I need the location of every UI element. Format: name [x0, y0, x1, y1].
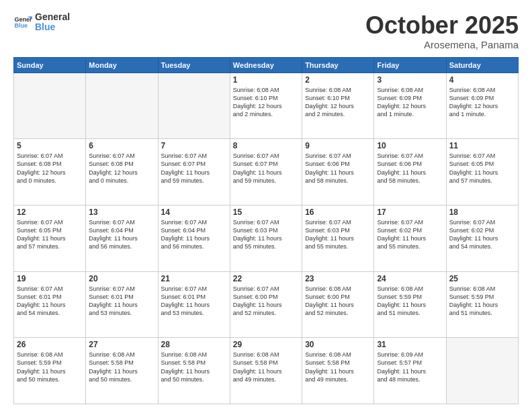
day-info: Sunrise: 6:08 AMSunset: 5:58 PMDaylight:…: [305, 351, 371, 383]
day-number: 30: [305, 340, 371, 349]
location: Arosemena, Panama: [365, 39, 519, 50]
day-info: Sunrise: 6:07 AMSunset: 6:01 PMDaylight:…: [89, 285, 154, 318]
calendar-cell: 8Sunrise: 6:07 AMSunset: 6:07 PMDaylight…: [230, 139, 302, 205]
day-info: Sunrise: 6:07 AMSunset: 6:05 PMDaylight:…: [17, 218, 83, 251]
calendar-cell: 3Sunrise: 6:08 AMSunset: 6:09 PMDaylight…: [374, 73, 446, 139]
calendar-header-row: SundayMondayTuesdayWednesdayThursdayFrid…: [14, 57, 519, 73]
day-number: 12: [17, 208, 83, 217]
logo-blue: Blue: [35, 22, 70, 32]
day-number: 27: [89, 340, 154, 349]
calendar-header-monday: Monday: [86, 57, 158, 73]
day-info: Sunrise: 6:07 AMSunset: 6:08 PMDaylight:…: [17, 152, 83, 185]
calendar-header-friday: Friday: [374, 57, 446, 73]
calendar-cell: 9Sunrise: 6:07 AMSunset: 6:06 PMDaylight…: [302, 139, 374, 205]
calendar-cell: 21Sunrise: 6:07 AMSunset: 6:01 PMDayligh…: [158, 271, 230, 338]
calendar-cell: 17Sunrise: 6:07 AMSunset: 6:02 PMDayligh…: [374, 205, 446, 271]
calendar-cell: 26Sunrise: 6:08 AMSunset: 5:59 PMDayligh…: [14, 338, 86, 404]
logo-icon: General Blue: [13, 13, 32, 32]
calendar-cell: 16Sunrise: 6:07 AMSunset: 6:03 PMDayligh…: [302, 205, 374, 271]
day-number: 5: [17, 141, 83, 150]
day-number: 11: [449, 141, 515, 150]
day-info: Sunrise: 6:07 AMSunset: 6:07 PMDaylight:…: [161, 152, 227, 185]
day-info: Sunrise: 6:07 AMSunset: 6:03 PMDaylight:…: [233, 218, 299, 251]
calendar-cell: 6Sunrise: 6:07 AMSunset: 6:08 PMDaylight…: [86, 139, 158, 205]
day-info: Sunrise: 6:07 AMSunset: 6:04 PMDaylight:…: [89, 218, 154, 251]
logo: General Blue General Blue: [13, 12, 70, 33]
calendar-cell: [446, 338, 518, 404]
calendar-cell: 25Sunrise: 6:08 AMSunset: 5:59 PMDayligh…: [446, 271, 518, 338]
day-info: Sunrise: 6:08 AMSunset: 6:10 PMDaylight:…: [305, 86, 371, 119]
day-info: Sunrise: 6:07 AMSunset: 6:02 PMDaylight:…: [449, 218, 515, 251]
day-number: 14: [161, 208, 227, 217]
calendar-cell: 28Sunrise: 6:08 AMSunset: 5:58 PMDayligh…: [158, 338, 230, 404]
calendar-cell: 4Sunrise: 6:08 AMSunset: 6:09 PMDaylight…: [446, 73, 518, 139]
day-number: 26: [17, 340, 83, 349]
day-info: Sunrise: 6:07 AMSunset: 6:07 PMDaylight:…: [233, 152, 299, 185]
day-info: Sunrise: 6:07 AMSunset: 6:02 PMDaylight:…: [377, 218, 443, 251]
day-number: 9: [305, 141, 371, 150]
day-number: 13: [89, 208, 154, 217]
day-number: 29: [233, 340, 299, 349]
calendar-cell: 30Sunrise: 6:08 AMSunset: 5:58 PMDayligh…: [302, 338, 374, 404]
day-number: 25: [449, 274, 515, 283]
calendar-cell: [14, 73, 86, 139]
day-number: 15: [233, 208, 299, 217]
day-number: 10: [377, 141, 443, 150]
day-number: 7: [161, 141, 227, 150]
day-info: Sunrise: 6:08 AMSunset: 5:58 PMDaylight:…: [233, 351, 299, 383]
calendar-week-1: 1Sunrise: 6:08 AMSunset: 6:10 PMDaylight…: [14, 73, 519, 139]
calendar-header-wednesday: Wednesday: [230, 57, 302, 73]
day-info: Sunrise: 6:08 AMSunset: 5:59 PMDaylight:…: [17, 351, 83, 383]
svg-text:Blue: Blue: [14, 23, 28, 30]
day-number: 3: [377, 75, 443, 85]
day-info: Sunrise: 6:07 AMSunset: 6:08 PMDaylight:…: [89, 152, 154, 185]
day-number: 31: [377, 340, 443, 349]
day-info: Sunrise: 6:08 AMSunset: 5:59 PMDaylight:…: [449, 285, 515, 318]
calendar-cell: 13Sunrise: 6:07 AMSunset: 6:04 PMDayligh…: [86, 205, 158, 271]
day-info: Sunrise: 6:07 AMSunset: 6:04 PMDaylight:…: [161, 218, 227, 251]
day-info: Sunrise: 6:08 AMSunset: 5:58 PMDaylight:…: [161, 351, 227, 383]
day-number: 21: [161, 274, 227, 283]
day-number: 28: [161, 340, 227, 349]
calendar-header-saturday: Saturday: [446, 57, 518, 73]
calendar-cell: 10Sunrise: 6:07 AMSunset: 6:06 PMDayligh…: [374, 139, 446, 205]
day-info: Sunrise: 6:08 AMSunset: 6:09 PMDaylight:…: [449, 86, 515, 119]
day-info: Sunrise: 6:07 AMSunset: 6:01 PMDaylight:…: [161, 285, 227, 318]
day-info: Sunrise: 6:08 AMSunset: 5:59 PMDaylight:…: [377, 285, 443, 318]
day-number: 6: [89, 141, 154, 150]
calendar-cell: 20Sunrise: 6:07 AMSunset: 6:01 PMDayligh…: [86, 271, 158, 338]
calendar-header-sunday: Sunday: [14, 57, 86, 73]
day-info: Sunrise: 6:07 AMSunset: 6:03 PMDaylight:…: [305, 218, 371, 251]
day-info: Sunrise: 6:07 AMSunset: 6:06 PMDaylight:…: [377, 152, 443, 185]
calendar-header-tuesday: Tuesday: [158, 57, 230, 73]
title-block: October 2025 Arosemena, Panama: [365, 12, 519, 50]
calendar-cell: 14Sunrise: 6:07 AMSunset: 6:04 PMDayligh…: [158, 205, 230, 271]
header: General Blue General Blue October 2025 A…: [13, 12, 519, 50]
calendar-cell: 15Sunrise: 6:07 AMSunset: 6:03 PMDayligh…: [230, 205, 302, 271]
day-number: 1: [233, 75, 299, 85]
calendar-cell: 18Sunrise: 6:07 AMSunset: 6:02 PMDayligh…: [446, 205, 518, 271]
calendar-cell: 31Sunrise: 6:09 AMSunset: 5:57 PMDayligh…: [374, 338, 446, 404]
day-info: Sunrise: 6:07 AMSunset: 6:05 PMDaylight:…: [449, 152, 515, 185]
day-number: 23: [305, 274, 371, 283]
calendar-week-2: 5Sunrise: 6:07 AMSunset: 6:08 PMDaylight…: [14, 139, 519, 205]
day-info: Sunrise: 6:08 AMSunset: 5:58 PMDaylight:…: [89, 351, 154, 383]
day-info: Sunrise: 6:08 AMSunset: 6:09 PMDaylight:…: [377, 86, 443, 119]
day-number: 4: [449, 75, 515, 85]
day-info: Sunrise: 6:07 AMSunset: 6:01 PMDaylight:…: [17, 285, 83, 318]
day-info: Sunrise: 6:07 AMSunset: 6:06 PMDaylight:…: [305, 152, 371, 185]
calendar-cell: 24Sunrise: 6:08 AMSunset: 5:59 PMDayligh…: [374, 271, 446, 338]
day-number: 22: [233, 274, 299, 283]
day-number: 16: [305, 208, 371, 217]
calendar-week-5: 26Sunrise: 6:08 AMSunset: 5:59 PMDayligh…: [14, 338, 519, 404]
day-info: Sunrise: 6:08 AMSunset: 6:10 PMDaylight:…: [233, 86, 299, 119]
day-number: 24: [377, 274, 443, 283]
day-info: Sunrise: 6:09 AMSunset: 5:57 PMDaylight:…: [377, 351, 443, 383]
calendar-cell: 19Sunrise: 6:07 AMSunset: 6:01 PMDayligh…: [14, 271, 86, 338]
day-info: Sunrise: 6:07 AMSunset: 6:00 PMDaylight:…: [233, 285, 299, 318]
calendar-table: SundayMondayTuesdayWednesdayThursdayFrid…: [13, 57, 519, 404]
day-info: Sunrise: 6:08 AMSunset: 6:00 PMDaylight:…: [305, 285, 371, 318]
calendar-week-3: 12Sunrise: 6:07 AMSunset: 6:05 PMDayligh…: [14, 205, 519, 271]
day-number: 18: [449, 208, 515, 217]
logo-general: General: [35, 12, 70, 22]
